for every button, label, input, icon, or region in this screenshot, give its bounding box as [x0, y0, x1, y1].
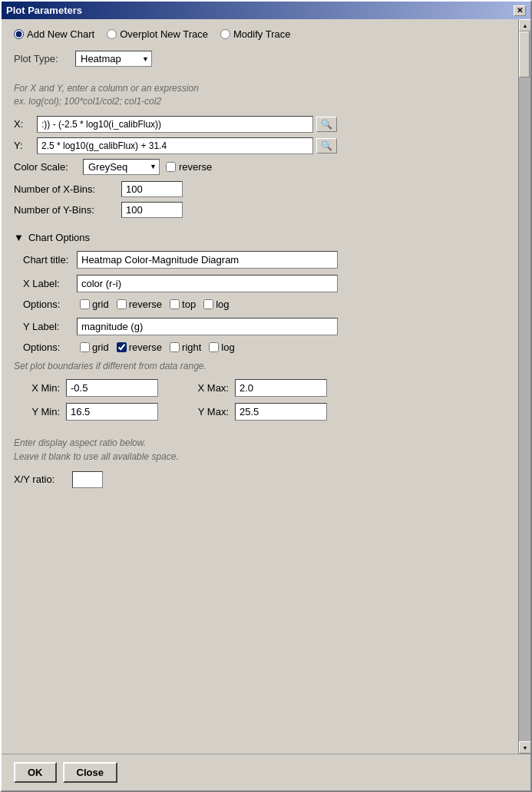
x-field-label: X: [14, 118, 37, 130]
x-bounds-row: X Min: X Max: [14, 379, 506, 397]
y-max-label: Y Max: [183, 406, 229, 417]
color-scale-reverse-text: reverse [179, 161, 212, 173]
ratio-input[interactable] [72, 471, 103, 488]
color-scale-reverse-label[interactable]: reverse [166, 161, 212, 173]
modify-trace-radio[interactable]: Modify Trace [220, 28, 290, 40]
x-reverse-text: reverse [129, 299, 162, 310]
color-scale-select-wrapper: GreySeq Hot Cool Viridis [83, 159, 160, 175]
x-log-checkbox[interactable] [203, 299, 213, 309]
boundary-hint: Set plot boundaries if different from da… [14, 361, 506, 371]
y-bins-input[interactable] [121, 202, 183, 218]
main-content: Add New Chart Overplot New Trace Modify … [2, 19, 518, 754]
x-bins-row: Number of X-Bins: [14, 181, 506, 197]
color-scale-label: Color Scale: [14, 161, 83, 173]
x-label-input[interactable] [77, 275, 338, 292]
chart-options-content: Chart title: X Label: Options: grid [14, 251, 506, 353]
y-min-label: Y Min: [14, 406, 60, 417]
x-grid-checkbox[interactable] [80, 299, 90, 309]
mode-radio-group: Add New Chart Overplot New Trace Modify … [14, 28, 506, 40]
title-bar: Plot Parameters ✕ [2, 2, 530, 19]
y-field-input[interactable] [37, 137, 313, 154]
x-label-label: X Label: [23, 278, 77, 289]
y-right-checkbox[interactable] [170, 342, 180, 352]
y-label-input[interactable] [77, 318, 338, 335]
button-row: OK Close [2, 754, 530, 790]
aspect-hint: Enter display aspect ratio below. Leave … [14, 436, 506, 464]
y-bins-row: Number of Y-Bins: [14, 202, 506, 218]
y-grid-text: grid [92, 342, 109, 353]
chart-options-title: Chart Options [28, 232, 90, 243]
chart-title-label: Chart title: [23, 254, 77, 266]
x-log-label[interactable]: log [203, 299, 229, 310]
y-bins-label: Number of Y-Bins: [14, 204, 121, 216]
color-scale-row: Color Scale: GreySeq Hot Cool Viridis re… [14, 159, 506, 175]
x-field-row: X: 🔍 [14, 116, 506, 133]
color-scale-reverse-checkbox[interactable] [166, 162, 176, 172]
scrollbar-track[interactable] [519, 31, 530, 741]
y-grid-label[interactable]: grid [80, 342, 109, 353]
plot-parameters-window: Plot Parameters ✕ Add New Chart Overplot… [0, 0, 532, 792]
x-max-input[interactable] [235, 379, 327, 397]
close-button[interactable]: Close [63, 762, 117, 783]
overplot-new-trace-radio[interactable]: Overplot New Trace [107, 28, 208, 40]
y-max-input[interactable] [235, 403, 327, 421]
x-log-text: log [216, 299, 229, 310]
x-min-label: X Min: [14, 382, 60, 394]
scrollbar-thumb[interactable] [519, 31, 530, 78]
chart-title-row: Chart title: [23, 251, 506, 269]
x-options-label: Options: [23, 299, 77, 310]
y-reverse-checkbox[interactable] [117, 342, 127, 352]
add-new-chart-radio[interactable]: Add New Chart [14, 28, 94, 40]
plot-type-select-wrapper: Heatmap Scatter Bar [75, 51, 152, 67]
y-field-row: Y: 🔍 [14, 137, 506, 154]
y-field-label: Y: [14, 140, 37, 151]
y-options-label: Options: [23, 342, 77, 353]
plot-type-row: Plot Type: Heatmap Scatter Bar [14, 51, 506, 67]
y-log-text: log [221, 342, 234, 353]
x-min-input[interactable] [66, 379, 158, 397]
x-top-checkbox[interactable] [170, 299, 180, 309]
x-label-row: X Label: [23, 275, 506, 292]
x-bins-input[interactable] [121, 181, 183, 197]
y-bounds-row: Y Min: Y Max: [14, 403, 506, 421]
y-label-label: Y Label: [23, 321, 77, 332]
x-grid-label[interactable]: grid [80, 299, 109, 310]
y-log-checkbox[interactable] [209, 342, 219, 352]
plot-type-select[interactable]: Heatmap Scatter Bar [75, 51, 152, 67]
y-reverse-text: reverse [129, 342, 162, 353]
plot-type-label: Plot Type: [14, 53, 75, 64]
y-options-row: Options: grid reverse right [23, 342, 506, 353]
ratio-label: X/Y ratio: [14, 474, 68, 485]
y-reverse-label[interactable]: reverse [117, 342, 162, 353]
x-options-row: Options: grid reverse top [23, 299, 506, 310]
color-scale-select[interactable]: GreySeq Hot Cool Viridis [83, 159, 160, 175]
x-grid-text: grid [92, 299, 109, 310]
x-reverse-checkbox[interactable] [117, 299, 127, 309]
y-log-label[interactable]: log [209, 342, 234, 353]
xy-hint: For X and Y, enter a column or an expres… [14, 82, 506, 108]
y-label-row: Y Label: [23, 318, 506, 335]
y-grid-checkbox[interactable] [80, 342, 90, 352]
chart-title-input[interactable] [77, 251, 338, 269]
ok-button[interactable]: OK [14, 762, 57, 783]
y-right-text: right [182, 342, 201, 353]
x-bins-label: Number of X-Bins: [14, 183, 121, 195]
scrollbar[interactable]: ▲ ▼ [518, 19, 530, 754]
window-title: Plot Parameters [6, 5, 82, 16]
x-reverse-label[interactable]: reverse [117, 299, 162, 310]
y-search-button[interactable]: 🔍 [316, 138, 337, 153]
x-max-label: X Max: [183, 382, 229, 394]
x-top-label[interactable]: top [170, 299, 196, 310]
chart-options-collapse-icon: ▼ [14, 232, 24, 243]
y-min-input[interactable] [66, 403, 158, 421]
chart-options-header[interactable]: ▼ Chart Options [14, 232, 506, 243]
scrollbar-up-button[interactable]: ▲ [519, 19, 531, 31]
ratio-row: X/Y ratio: [14, 471, 506, 488]
x-top-text: top [182, 299, 196, 310]
x-field-input[interactable] [37, 116, 313, 133]
x-search-button[interactable]: 🔍 [316, 117, 337, 132]
close-window-button[interactable]: ✕ [514, 5, 526, 16]
y-right-label[interactable]: right [170, 342, 201, 353]
scrollbar-down-button[interactable]: ▼ [519, 741, 531, 754]
